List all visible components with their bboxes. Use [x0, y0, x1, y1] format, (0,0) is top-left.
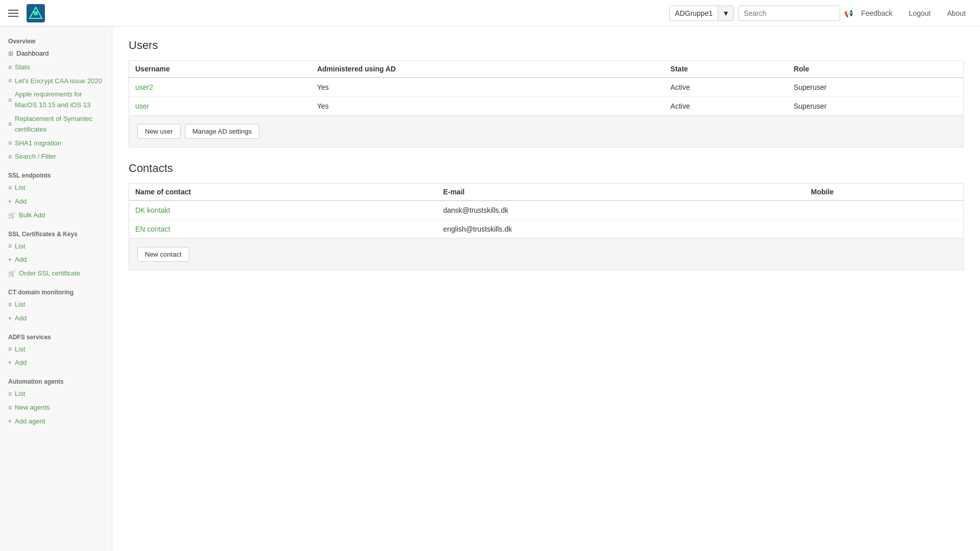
- col-administered: Administered using AD: [311, 61, 664, 78]
- list-icon: ≡: [8, 403, 12, 413]
- en-contact-mobile: [805, 220, 963, 239]
- sidebar-item-auto-list[interactable]: ≡ List: [0, 387, 112, 401]
- account-selector[interactable]: ADGruppe1 ▼: [669, 6, 734, 21]
- sidebar-item-label: Add: [15, 196, 27, 207]
- table-row: user2 Yes Active Superuser: [129, 78, 963, 97]
- sidebar-section-ssl-endpoints: SSL endpoints: [0, 167, 112, 181]
- sidebar-item-stats[interactable]: ≡ Stats: [0, 61, 112, 74]
- account-dropdown-icon[interactable]: ▼: [718, 6, 733, 20]
- sidebar-item-label: Order SSL certificate: [19, 268, 80, 279]
- sidebar-item-dashboard[interactable]: ⊞ Dashboard: [0, 47, 112, 61]
- user2-role: Superuser: [788, 78, 963, 97]
- sidebar-item-ssl-add[interactable]: + Add: [0, 195, 112, 209]
- sidebar-item-label: Stats: [15, 62, 30, 73]
- list-icon: ≡: [8, 119, 12, 129]
- sidebar-item-label: Add: [15, 313, 27, 324]
- dk-contact-mobile: [805, 201, 963, 220]
- new-user-button[interactable]: New user: [137, 124, 181, 139]
- manage-ad-settings-button[interactable]: Manage AD settings: [185, 124, 259, 139]
- user2-administered: Yes: [311, 78, 664, 97]
- sidebar-item-label: Dashboard: [16, 48, 49, 59]
- user-link[interactable]: user: [135, 102, 149, 110]
- search-input[interactable]: [738, 6, 840, 21]
- sidebar-item-label: List: [15, 299, 25, 310]
- en-contact-link[interactable]: EN contact: [135, 225, 170, 233]
- plus-icon: +: [8, 358, 12, 368]
- sidebar-item-auto-add[interactable]: + Add agent: [0, 415, 112, 429]
- about-link[interactable]: About: [941, 6, 972, 20]
- sidebar-item-cert-list[interactable]: ≡ List: [0, 240, 112, 254]
- sidebar-item-label: SHA1 migration: [15, 138, 61, 149]
- sidebar-item-label: List: [15, 344, 25, 355]
- users-table-wrapper: Username Administered using AD State Rol…: [129, 60, 964, 116]
- sidebar-item-ct-list[interactable]: ≡ List: [0, 298, 112, 312]
- sidebar-item-adfs-add[interactable]: + Add: [0, 356, 112, 370]
- svg-rect-2: [34, 11, 38, 15]
- users-table: Username Administered using AD State Rol…: [129, 61, 963, 115]
- sidebar-item-adfs-list[interactable]: ≡ List: [0, 343, 112, 357]
- sidebar-item-search-filter[interactable]: ≡ Search / Filter: [0, 150, 112, 164]
- sidebar-item-label: Let's Encrypt CAA issue 2020: [15, 76, 102, 87]
- logo: [27, 4, 45, 22]
- logout-link[interactable]: Logout: [903, 6, 937, 20]
- contacts-table-actions: New contact: [129, 239, 964, 270]
- table-row: DK kontakt dansk@trustskills.dk: [129, 201, 963, 220]
- list-icon: ≡: [8, 138, 12, 148]
- sidebar-item-label: New agents: [15, 403, 50, 413]
- dashboard-icon: ⊞: [8, 49, 13, 59]
- plus-icon: +: [8, 255, 12, 265]
- new-contact-button[interactable]: New contact: [137, 247, 189, 262]
- col-role: Role: [788, 61, 963, 78]
- sidebar-section-automation: Automation agents: [0, 373, 112, 387]
- sidebar-item-label: Search / Filter: [15, 152, 56, 162]
- sidebar-item-label: Bulk Add: [19, 210, 45, 221]
- sidebar-item-sha1[interactable]: ≡ SHA1 migration: [0, 137, 112, 151]
- header: ADGruppe1 ▼ 📢 Feedback Logout About: [0, 0, 980, 27]
- sidebar-item-replacement[interactable]: ≡ Replacement of Symantec certificates: [0, 112, 112, 137]
- hamburger-menu[interactable]: [8, 10, 18, 17]
- sidebar-item-auto-new[interactable]: ≡ New agents: [0, 401, 112, 415]
- sidebar-item-label: List: [15, 183, 25, 193]
- account-name: ADGruppe1: [670, 6, 718, 20]
- cart-icon: 🛒: [8, 269, 16, 279]
- sidebar-item-ct-add[interactable]: + Add: [0, 312, 112, 325]
- feedback-link[interactable]: Feedback: [855, 6, 898, 20]
- list-icon: ≡: [8, 389, 12, 399]
- col-name-of-contact: Name of contact: [129, 184, 437, 201]
- list-icon: ≡: [8, 76, 12, 86]
- sidebar-section-ssl-certs: SSL Certificates & Keys: [0, 226, 112, 240]
- sidebar-item-ssl-list[interactable]: ≡ List: [0, 181, 112, 195]
- user-role: Superuser: [788, 97, 963, 116]
- sidebar: Overview ⊞ Dashboard ≡ Stats ≡ Let's Enc…: [0, 27, 112, 551]
- sidebar-section-overview: Overview: [0, 33, 112, 47]
- list-icon: ≡: [8, 344, 12, 354]
- sidebar-item-lets-encrypt[interactable]: ≡ Let's Encrypt CAA issue 2020: [0, 74, 112, 88]
- dk-contact-link[interactable]: DK kontakt: [135, 206, 170, 214]
- contacts-table-wrapper: Name of contact E-mail Mobile DK kontakt…: [129, 183, 964, 239]
- col-username: Username: [129, 61, 311, 78]
- col-email: E-mail: [437, 184, 805, 201]
- sidebar-item-label: Apple requirements for MacOS 10.15 and i…: [15, 89, 104, 111]
- sidebar-section-adfs: ADFS services: [0, 329, 112, 343]
- plus-icon: +: [8, 314, 12, 323]
- megaphone-icon: 📢: [844, 9, 853, 17]
- cart-icon: 🛒: [8, 211, 16, 220]
- user-state: Active: [665, 97, 788, 116]
- sidebar-item-apple-req[interactable]: ≡ Apple requirements for MacOS 10.15 and…: [0, 88, 112, 112]
- sidebar-item-label: Add: [15, 358, 27, 368]
- table-row: EN contact english@trustskills.dk: [129, 220, 963, 239]
- user-administered: Yes: [311, 97, 664, 116]
- feedback-nav-item[interactable]: 📢 Feedback: [844, 6, 898, 20]
- user2-link[interactable]: user2: [135, 83, 153, 91]
- sidebar-item-cert-order[interactable]: 🛒 Order SSL certificate: [0, 267, 112, 281]
- en-contact-email: english@trustskills.dk: [437, 220, 805, 239]
- sidebar-item-ssl-bulk[interactable]: 🛒 Bulk Add: [0, 209, 112, 222]
- users-table-header-row: Username Administered using AD State Rol…: [129, 61, 963, 78]
- main-content: Users Username Administered using AD Sta…: [112, 27, 980, 551]
- layout: Overview ⊞ Dashboard ≡ Stats ≡ Let's Enc…: [0, 27, 980, 551]
- table-row: user Yes Active Superuser: [129, 97, 963, 116]
- sidebar-item-cert-add[interactable]: + Add: [0, 253, 112, 267]
- users-table-actions: New user Manage AD settings: [129, 116, 964, 147]
- contacts-table: Name of contact E-mail Mobile DK kontakt…: [129, 184, 963, 238]
- plus-icon: +: [8, 197, 12, 207]
